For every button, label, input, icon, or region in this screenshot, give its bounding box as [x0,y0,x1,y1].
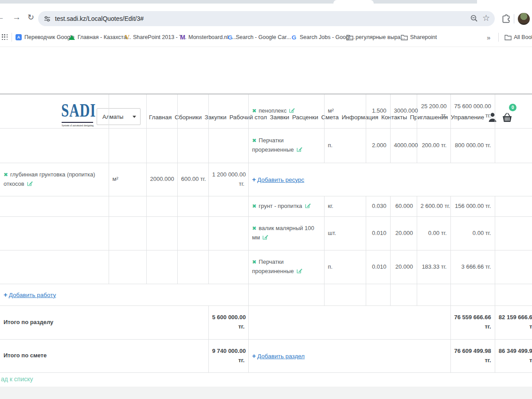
table-row: +Добавить работу [0,284,532,305]
green-triangle-favicon [68,34,76,41]
site-header: SADI System of automated designing Алмат… [0,47,532,94]
overall-total-cell: 82 159 666.66 тг. [495,305,532,339]
resource-empty-cell [390,284,417,305]
extra-cell [495,284,532,305]
back-icon[interactable]: ← [0,12,4,22]
edit-icon[interactable] [305,202,311,209]
item-name: глубинная грунтовка (пропитка) откосов [4,171,95,187]
work-empty-cell [146,196,177,216]
delete-icon[interactable]: ✖ [252,259,257,265]
extra-cell [495,250,532,284]
zoom-out-icon[interactable] [470,14,478,23]
work-empty-cell [177,128,208,163]
resource-qty-cell: 20.000 [390,216,417,250]
table-row: ✖Перчатки прорезиненныеп.0.01020.000183.… [0,250,532,284]
tab-strip [0,0,532,4]
work-empty-cell [208,196,248,216]
delete-icon[interactable]: ✖ [252,137,257,144]
resource-qty-cell: 4000.000 [390,128,417,163]
bookmark-item[interactable]: Главная - Казахста... [68,27,131,47]
back-to-list-link[interactable]: ад к списку [1,376,33,383]
google-translate-icon: A [15,34,23,41]
resource-rate-cell: 2.000 [366,128,390,163]
table-row: ✖валик малярный 100 ммшт.0.01020.0000.00… [0,216,532,250]
site-settings-icon[interactable] [43,15,51,23]
bookmarks-divider-2 [498,33,499,42]
resource-qty-cell: 20.000 [390,250,417,284]
resource-qty-cell: 60.000 [390,196,417,216]
add-section-cell: +Добавить раздел [248,339,450,372]
bookmark-label: регулярные выра... [356,34,405,40]
resource-qty-cell: 3000.000 [390,94,417,128]
extensions-icon[interactable] [501,13,511,24]
work-empty-cell [0,196,109,216]
work-empty-cell [208,128,248,163]
table-row: ✖грунт - пропиткакг.0.03060.0002 600.00 … [0,196,532,216]
extra-cell [495,94,532,128]
work-empty-cell [109,94,146,128]
extra-cell [495,128,532,163]
bookmark-item[interactable]: AПереводчик Google [15,27,74,47]
add-resource-link[interactable]: +Добавить ресурс [252,176,305,183]
bookmark-item[interactable]: регулярные выра... [346,27,405,47]
work-unit-cell: м² [109,163,146,196]
active-tab[interactable] [333,0,374,4]
work-empty-cell [0,250,109,284]
resource-empty-cell [417,284,450,305]
edit-icon[interactable] [27,180,33,187]
bookmark-item[interactable]: VSharePoint 2013 - T... [123,27,187,47]
table-row: Итого по разделу5 600 000.00 тг.76 559 6… [0,305,532,339]
google-favicon: G [226,34,234,41]
resources-grand-total-cell: 76 559 666.66 тг. [450,305,495,339]
delete-icon[interactable]: ✖ [252,225,257,231]
delete-icon[interactable]: ✖ [4,172,8,178]
add-work-link[interactable]: +Добавить работу [4,292,56,298]
resource-unit-cell: п. [324,250,366,284]
apps-grid-icon[interactable] [2,34,8,40]
work-empty-cell [177,250,208,284]
profile-avatar[interactable] [518,13,530,25]
bookmark-label: Search - Google Car... [236,34,291,40]
delete-icon[interactable]: ✖ [252,203,257,209]
work-total-cell: 1 200 000.00 тг. [208,163,248,196]
delete-icon[interactable]: ✖ [252,108,257,114]
add-section-link[interactable]: +Добавить раздел [252,353,305,360]
browser-toolbar: ← → ↻ test.sadi.kz/LocalQuotes/Edit/3# ☆ [0,4,532,27]
work-empty-cell [177,94,208,128]
resource-name-cell: ✖пеноплекс [248,94,324,128]
edit-icon[interactable] [296,146,303,153]
reload-icon[interactable]: ↻ [27,12,34,22]
edit-icon[interactable] [289,107,295,113]
resource-empty-cell [324,284,366,305]
total-label-cell: Итого по смете [0,339,208,372]
plus-icon: + [252,351,256,361]
edit-icon[interactable] [296,267,303,274]
resource-total-cell: 800 000.00 тг. [450,128,495,163]
resource-price-cell: 25 200.00 тг. [417,94,450,128]
tab-strip-end [477,0,532,4]
estimate-table: ✖пеноплексм²1.5003000.00025 200.00 тг.75… [0,94,532,373]
page-footer [0,387,532,399]
resources-grand-total-cell: 76 609 499.98 тг. [450,339,495,372]
work-price-cell: 600.00 тг. [177,163,208,196]
bookmarks-overflow-chevron[interactable]: » [487,27,490,47]
work-empty-cell [0,128,109,163]
bookmarks-divider [12,33,12,42]
url-text[interactable]: test.sadi.kz/LocalQuotes/Edit/3# [55,11,144,26]
bookmark-star-icon[interactable]: ☆ [482,13,490,23]
bookmark-item[interactable]: Sharepoint [400,27,437,47]
extra-cell [495,216,532,250]
resource-rate-cell: 1.500 [366,94,390,128]
resource-price-cell: 0.00 тг. [417,216,450,250]
forward-icon[interactable]: → [12,12,21,22]
plus-icon: + [252,174,256,185]
bookmark-item[interactable]: GSearch - Google Car... [226,27,291,47]
toolbar-divider [514,14,514,23]
total-middle-cell [248,305,450,339]
bookmark-item[interactable]: GSearch Jobs - Googl... [290,27,355,47]
resource-name-cell: ✖Перчатки прорезиненные [248,250,324,284]
edit-icon[interactable] [262,234,269,240]
all-bookmarks-button[interactable]: All Bookmarks [504,27,532,47]
resource-name-cell: ✖грунт - пропитка [248,196,324,216]
resource-name-cell: ✖валик малярный 100 мм [248,216,324,250]
